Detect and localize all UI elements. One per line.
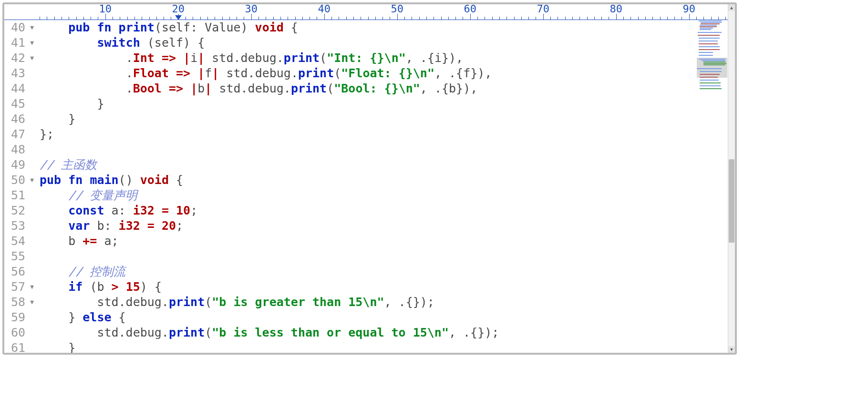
code-line[interactable]: switch (self) { [40, 35, 695, 51]
ruler-label: 10 [99, 4, 112, 15]
line-number[interactable]: 57▼ [4, 279, 34, 295]
minimap[interactable] [697, 20, 727, 352]
ruler-tick [91, 17, 91, 20]
code-token: std.debug. [219, 66, 298, 80]
line-number-text: 54 [11, 234, 25, 248]
code-token [40, 82, 126, 95]
code-line[interactable]: std.debug.print("b is less than or equal… [40, 325, 695, 340]
code-token: ( [320, 51, 327, 65]
code-line[interactable]: } else { [40, 310, 695, 325]
code-line[interactable] [40, 142, 695, 157]
line-number[interactable]: 59 [4, 310, 34, 325]
minimap-line [702, 60, 725, 61]
line-number[interactable]: 48 [4, 142, 34, 157]
minimap-line [699, 49, 720, 50]
fold-toggle-icon[interactable]: ▼ [30, 295, 34, 310]
ruler-tick [434, 17, 434, 20]
code-token [155, 204, 162, 217]
code-line[interactable]: var b: i32 = 20; [40, 218, 695, 234]
minimap-line [700, 82, 721, 83]
scroll-down-button[interactable]: ▼ [728, 346, 735, 353]
minimap-line [700, 85, 721, 86]
code-token: Bool [133, 82, 162, 95]
fold-toggle-icon[interactable]: ▼ [30, 51, 34, 66]
ruler-tick [62, 17, 62, 20]
code-token [40, 219, 68, 233]
ruler-tick [587, 17, 588, 20]
ruler-tick [215, 17, 215, 20]
code-line[interactable]: .Bool => |b| std.debug.print("Bool: {}\n… [40, 81, 695, 96]
fold-toggle-icon[interactable]: ▼ [30, 173, 34, 188]
code-line[interactable]: } [40, 96, 695, 112]
ruler-tick [353, 17, 354, 20]
code-line[interactable]: const a: i32 = 10; [40, 203, 695, 218]
vertical-scrollbar[interactable]: ▲ ▼ [728, 4, 735, 353]
line-number[interactable]: 47 [4, 127, 34, 142]
code-line[interactable] [40, 249, 695, 264]
code-line[interactable]: pub fn main() void { [40, 173, 695, 188]
line-number[interactable]: 51 [4, 188, 34, 203]
line-number[interactable]: 52 [4, 203, 34, 218]
line-number[interactable]: 44 [4, 81, 34, 96]
code-token: , .{f}), [434, 66, 492, 80]
code-area[interactable]: pub fn print(self: Value) void { switch … [34, 20, 695, 353]
code-line[interactable]: if (b > 15) { [40, 279, 695, 295]
line-number-text: 60 [11, 326, 25, 339]
code-line[interactable]: } [40, 340, 695, 353]
code-token: b [197, 82, 205, 95]
scroll-up-button[interactable]: ▲ [728, 4, 735, 11]
line-number[interactable]: 56 [4, 264, 34, 279]
minimap-line [700, 28, 713, 29]
code-line[interactable]: std.debug.print("b is greater than 15\n"… [40, 295, 695, 310]
code-line[interactable]: // 控制流 [40, 264, 695, 279]
fold-toggle-icon[interactable]: ▼ [30, 279, 34, 295]
line-number[interactable]: 60 [4, 325, 34, 340]
ruler-tick [69, 17, 69, 20]
fold-toggle-icon[interactable]: ▼ [30, 20, 34, 35]
line-number-text: 59 [11, 310, 25, 324]
code-token: . [126, 51, 133, 65]
line-number[interactable]: 41▼ [4, 35, 34, 51]
ruler-tick [310, 17, 310, 20]
code-line[interactable]: } [40, 112, 695, 127]
code-token: main [90, 173, 118, 187]
ruler-tick [280, 17, 281, 20]
line-number[interactable]: 46 [4, 112, 34, 127]
line-number[interactable]: 58▼ [4, 295, 34, 310]
ruler-tick [550, 17, 551, 20]
code-line[interactable]: b += a; [40, 234, 695, 249]
code-line[interactable]: .Float => |f| std.debug.print("Float: {}… [40, 66, 695, 81]
ruler-tick [266, 17, 266, 20]
line-number[interactable]: 54 [4, 234, 34, 249]
scroll-thumb[interactable] [729, 159, 734, 243]
ruler-tick [113, 17, 113, 20]
code-token: "Bool: {}\n" [334, 82, 420, 95]
code-token [40, 204, 68, 217]
code-line[interactable]: .Int => |i| std.debug.print("Int: {}\n",… [40, 51, 695, 66]
line-number[interactable]: 50▼ [4, 173, 34, 188]
ruler[interactable]: 102030405060708090 [4, 4, 728, 20]
line-number[interactable]: 53 [4, 218, 34, 234]
code-token: // 控制流 [68, 265, 125, 278]
code-token: = [147, 219, 155, 233]
line-number[interactable]: 43 [4, 66, 34, 81]
line-number[interactable]: 61 [4, 340, 34, 353]
ruler-label: 60 [464, 4, 476, 15]
code-line[interactable]: // 变量声明 [40, 188, 695, 203]
code-line[interactable]: // 主函数 [40, 157, 695, 173]
ruler-tick [711, 17, 712, 20]
line-number[interactable]: 42▼ [4, 51, 34, 66]
line-number[interactable]: 55 [4, 249, 34, 264]
fold-toggle-icon[interactable]: ▼ [30, 35, 34, 51]
minimap-line [701, 23, 720, 24]
code-line[interactable]: }; [40, 127, 695, 142]
minimap-line [700, 80, 719, 81]
minimap-line [699, 41, 718, 41]
ruler-tick [448, 17, 449, 20]
line-number-gutter[interactable]: 40▼41▼42▼4344454647484950▼51525354555657… [4, 20, 34, 353]
line-number[interactable]: 40▼ [4, 20, 34, 35]
line-number[interactable]: 45 [4, 96, 34, 112]
ruler-caret-marker-icon[interactable] [175, 15, 182, 20]
code-line[interactable]: pub fn print(self: Value) void { [40, 20, 695, 35]
line-number[interactable]: 49 [4, 157, 34, 173]
